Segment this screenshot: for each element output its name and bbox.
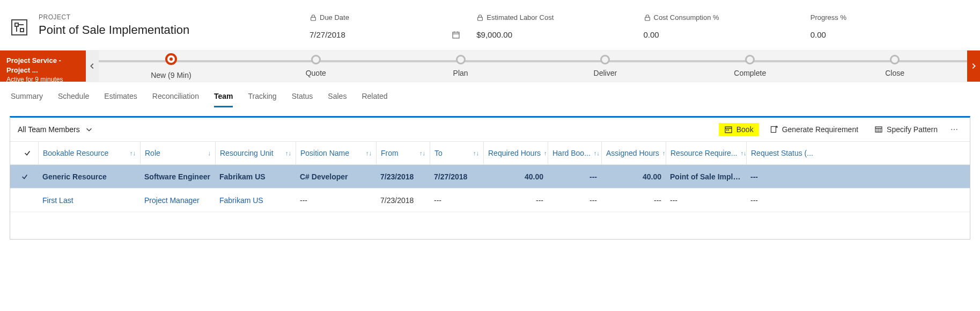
process-next-arrow[interactable] bbox=[967, 50, 980, 82]
process-flag[interactable]: Project Service - Project ... Active for… bbox=[0, 50, 86, 82]
svg-rect-8 bbox=[478, 17, 483, 20]
grid-header-row: Bookable Resource↑↓ Role↓ Resourcing Uni… bbox=[10, 141, 970, 165]
stage-complete[interactable]: Complete bbox=[677, 55, 822, 82]
svg-rect-4 bbox=[453, 32, 459, 38]
stage-label: Quote bbox=[244, 69, 388, 77]
stage-label: Plan bbox=[388, 69, 533, 77]
lock-icon bbox=[644, 14, 651, 21]
stage-label: New (9 Min) bbox=[99, 71, 244, 79]
header-field-labor-cost: Estimated Labor Cost $9,000.00 bbox=[468, 13, 635, 39]
record-header: PROJECT Point of Sale Implementation Due… bbox=[0, 0, 980, 45]
col-resource-requirement[interactable]: Resource Require...↑↓ bbox=[666, 142, 746, 164]
tab-reconciliation[interactable]: Reconciliation bbox=[152, 92, 199, 107]
process-prev-arrow[interactable] bbox=[86, 50, 99, 82]
svg-rect-3 bbox=[311, 17, 316, 20]
form-tabs: Summary Schedule Estimates Reconciliatio… bbox=[0, 82, 980, 108]
tab-summary[interactable]: Summary bbox=[11, 92, 43, 107]
view-picker[interactable]: All Team Members bbox=[18, 125, 93, 134]
header-field-label: Progress % bbox=[810, 13, 846, 21]
stage-plan[interactable]: Plan bbox=[388, 55, 533, 82]
cell-resource-requirement: --- bbox=[666, 196, 746, 205]
cell-required-hours: --- bbox=[483, 196, 548, 205]
stage-deliver[interactable]: Deliver bbox=[533, 55, 677, 82]
cell-resource-requirement[interactable]: Point of Sale Implem... bbox=[666, 172, 746, 181]
team-grid: All Team Members Book Generate Requireme… bbox=[10, 116, 970, 240]
stage-label: Deliver bbox=[533, 69, 677, 77]
cell-position-name: --- bbox=[296, 196, 376, 205]
process-active-time: Active for 9 minutes bbox=[6, 75, 79, 84]
more-commands-button[interactable]: ⋯ bbox=[947, 123, 962, 136]
stage-label: Complete bbox=[677, 69, 822, 77]
grid-row[interactable]: First Last Project Manager Fabrikam US -… bbox=[10, 189, 970, 212]
process-name: Project Service - Project ... bbox=[6, 56, 79, 75]
tab-status[interactable]: Status bbox=[292, 92, 313, 107]
cell-assigned-hours: --- bbox=[601, 196, 666, 205]
col-bookable-resource[interactable]: Bookable Resource↑↓ bbox=[38, 142, 140, 164]
tab-related[interactable]: Related bbox=[362, 92, 387, 107]
cell-resourcing-unit[interactable]: Fabrikam US bbox=[215, 196, 296, 205]
cell-request-status: --- bbox=[746, 196, 832, 205]
tab-sales[interactable]: Sales bbox=[328, 92, 347, 107]
lock-icon bbox=[310, 14, 317, 21]
cell-resourcing-unit: Fabrikam US bbox=[215, 172, 296, 181]
stage-close[interactable]: Close bbox=[822, 55, 967, 82]
cell-position-name: C# Developer bbox=[296, 172, 376, 181]
svg-rect-1 bbox=[15, 23, 18, 26]
svg-rect-9 bbox=[645, 17, 650, 20]
col-from[interactable]: From↑↓ bbox=[376, 142, 430, 164]
tab-team[interactable]: Team bbox=[214, 92, 233, 107]
col-position-name[interactable]: Position Name↑↓ bbox=[296, 142, 376, 164]
pattern-icon bbox=[874, 125, 883, 134]
business-process-flow: Project Service - Project ... Active for… bbox=[0, 50, 980, 82]
view-name: All Team Members bbox=[18, 125, 80, 134]
tab-tracking[interactable]: Tracking bbox=[248, 92, 276, 107]
cell-bookable-resource[interactable]: Generic Resource bbox=[38, 172, 140, 181]
button-label: Generate Requirement bbox=[782, 125, 858, 134]
header-field-value: $9,000.00 bbox=[476, 30, 512, 39]
stage-label: Close bbox=[822, 69, 967, 77]
header-field-value: 0.00 bbox=[810, 30, 826, 39]
generate-requirement-button[interactable]: Generate Requirement bbox=[764, 123, 864, 136]
calendar-icon bbox=[724, 125, 733, 134]
header-field-value: 0.00 bbox=[644, 30, 659, 39]
col-resourcing-unit[interactable]: Resourcing Unit↑↓ bbox=[215, 142, 296, 164]
chevron-down-icon bbox=[85, 126, 93, 133]
svg-rect-14 bbox=[771, 127, 776, 133]
header-field-cost-consumption: Cost Consumption % 0.00 bbox=[636, 13, 802, 39]
tab-estimates[interactable]: Estimates bbox=[104, 92, 137, 107]
record-title: Point of Sale Implementation bbox=[39, 23, 301, 37]
select-all-checkbox[interactable] bbox=[17, 142, 38, 164]
button-label: Specify Pattern bbox=[887, 125, 938, 134]
svg-rect-12 bbox=[726, 129, 727, 131]
project-icon bbox=[11, 19, 28, 36]
row-checkbox[interactable] bbox=[17, 173, 38, 180]
cell-assigned-hours: 40.00 bbox=[601, 172, 666, 181]
svg-rect-2 bbox=[20, 28, 24, 32]
tab-schedule[interactable]: Schedule bbox=[58, 92, 89, 107]
lock-icon bbox=[476, 14, 484, 21]
stage-new[interactable]: New (9 Min) bbox=[99, 55, 244, 82]
calendar-icon[interactable] bbox=[452, 31, 460, 39]
generate-icon bbox=[770, 125, 778, 134]
col-to[interactable]: To↑↓ bbox=[430, 142, 483, 164]
entity-label: PROJECT bbox=[39, 13, 301, 21]
cell-role[interactable]: Project Manager bbox=[140, 196, 215, 205]
col-role[interactable]: Role↓ bbox=[140, 142, 215, 164]
cell-bookable-resource[interactable]: First Last bbox=[38, 196, 140, 205]
col-hard-book[interactable]: Hard Boo...↑↓ bbox=[548, 142, 601, 164]
header-field-value: 7/27/2018 bbox=[310, 30, 345, 39]
cell-request-status: --- bbox=[746, 172, 832, 181]
cell-to: 7/27/2018 bbox=[430, 172, 483, 181]
specify-pattern-button[interactable]: Specify Pattern bbox=[869, 123, 943, 136]
grid-row[interactable]: Generic Resource Software Engineer Fabri… bbox=[10, 165, 970, 189]
book-button[interactable]: Book bbox=[719, 123, 759, 136]
col-request-status[interactable]: Request Status (... bbox=[746, 142, 832, 164]
col-assigned-hours[interactable]: Assigned Hours↑↓ bbox=[601, 142, 666, 164]
stage-quote[interactable]: Quote bbox=[244, 55, 388, 82]
svg-rect-0 bbox=[12, 20, 27, 35]
col-required-hours[interactable]: Required Hours↑↓ bbox=[483, 142, 548, 164]
header-field-progress: Progress % 0.00 bbox=[802, 13, 969, 39]
cell-hard-book: --- bbox=[548, 196, 601, 205]
cell-role: Software Engineer bbox=[140, 172, 215, 181]
button-label: Book bbox=[736, 125, 754, 134]
